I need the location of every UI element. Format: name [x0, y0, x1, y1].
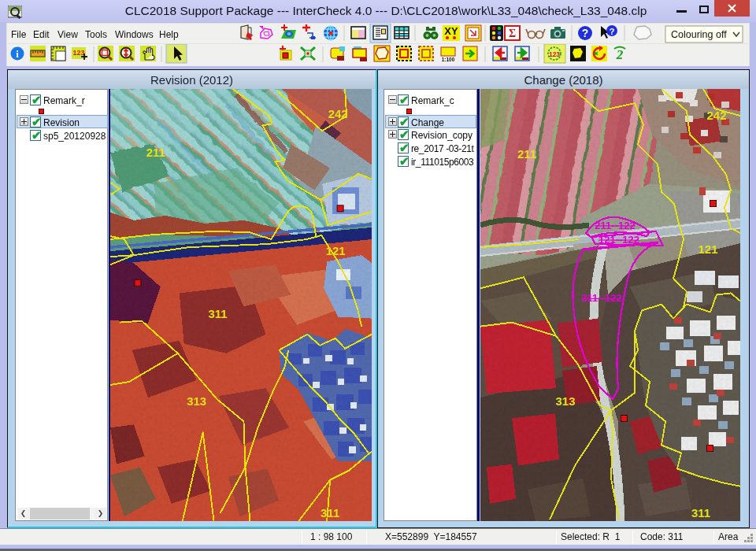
svg-text:?: ?: [610, 27, 615, 36]
svg-text:123: 123: [549, 50, 560, 58]
svg-text:Colouring off: Colouring off: [671, 29, 727, 40]
svg-text:2: 2: [616, 47, 624, 62]
svg-text:i: i: [16, 48, 19, 60]
svg-text:?: ?: [582, 27, 589, 39]
svg-text:Σ: Σ: [509, 28, 516, 39]
svg-text:XY: XY: [444, 25, 458, 37]
svg-text:1:100: 1:100: [442, 57, 455, 62]
svg-text:123: 123: [72, 49, 84, 57]
